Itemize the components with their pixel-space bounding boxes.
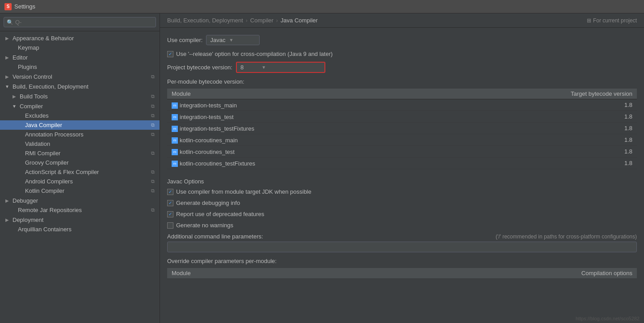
override-module-col: Module xyxy=(172,270,191,276)
sidebar-label-actionscript-compiler: ActionScript & Flex Compiler xyxy=(25,169,150,175)
javac-options-header: Javac Options xyxy=(167,178,637,185)
module-icon-box: m xyxy=(172,137,178,144)
additional-cmd-hint: ('/' recommended in paths for cross-plat… xyxy=(496,234,637,240)
breadcrumb-bar: Build, Execution, Deployment › Compiler … xyxy=(160,13,644,28)
copy-icon-actionscript-compiler[interactable]: ⧉ xyxy=(150,169,156,175)
module-icon-box: m xyxy=(172,126,178,132)
version-col-header: Target bytecode version xyxy=(434,89,637,99)
sidebar-item-compiler[interactable]: ▼Compiler⧉ xyxy=(0,101,160,111)
table-row: mkotlin-coroutines_main1.8 xyxy=(167,134,637,146)
module-name-cell: mintegration-tests_test xyxy=(167,111,434,123)
breadcrumb-project: ⊞ For current project xyxy=(587,17,637,24)
cross-compile-label: Use '--release' option for cross-compila… xyxy=(176,51,333,57)
copy-icon-android-compilers[interactable]: ⧉ xyxy=(150,178,156,185)
module-version-cell: 1.8 xyxy=(434,157,637,169)
sidebar-label-java-compiler: Java Compiler xyxy=(25,122,150,128)
bytecode-version-row: Project bytecode version: 8 ▼ xyxy=(167,62,637,73)
breadcrumb-sep-1: › xyxy=(246,17,248,24)
tree-arrow-version-control: ▶ xyxy=(4,73,11,80)
sidebar-label-kotlin-compiler: Kotlin Compiler xyxy=(25,187,150,194)
sidebar-item-build-tools[interactable]: ▶Build Tools⧉ xyxy=(0,91,160,101)
copy-icon-annotation-processors[interactable]: ⧉ xyxy=(150,132,156,138)
sidebar-item-actionscript-compiler[interactable]: ActionScript & Flex Compiler⧉ xyxy=(0,167,160,177)
main-layout: 🔍 ▶Appearance & BehaviorKeymap▶EditorPlu… xyxy=(0,13,644,323)
sidebar-item-debugger[interactable]: ▶Debugger xyxy=(0,196,160,205)
copy-icon-java-compiler[interactable]: ⧉ xyxy=(150,122,156,128)
sidebar-label-deployment: Deployment xyxy=(13,217,156,223)
sidebar-tree: ▶Appearance & BehaviorKeymap▶EditorPlugi… xyxy=(0,31,160,323)
sidebar-item-annotation-processors[interactable]: Annotation Processors⧉ xyxy=(0,130,160,139)
sidebar-item-remote-jar[interactable]: Remote Jar Repositories⧉ xyxy=(0,205,160,215)
sidebar-item-excludes[interactable]: Excludes⧉ xyxy=(0,111,160,120)
sidebar-item-java-compiler[interactable]: Java Compiler⧉ xyxy=(0,120,160,130)
override-options-col: Compilation options xyxy=(581,270,632,276)
copy-icon-compiler[interactable]: ⧉ xyxy=(150,103,156,109)
module-icon: mkotlin-coroutines_testFixtures xyxy=(172,160,255,167)
module-version-cell: 1.8 xyxy=(434,134,637,146)
copy-icon-remote-jar[interactable]: ⧉ xyxy=(150,207,156,213)
copy-icon-kotlin-compiler[interactable]: ⧉ xyxy=(150,188,156,194)
module-icon: mintegration-tests_test xyxy=(172,114,234,120)
module-icon-box: m xyxy=(172,102,178,109)
javac-option-row-2: Report use of deprecated features xyxy=(167,211,637,217)
javac-option-checkbox-0[interactable] xyxy=(167,189,173,195)
sidebar-item-plugins[interactable]: Plugins xyxy=(0,62,160,72)
copy-icon-build-tools[interactable]: ⧉ xyxy=(150,93,156,99)
sidebar-item-version-control[interactable]: ▶Version Control⧉ xyxy=(0,72,160,81)
search-bar: 🔍 xyxy=(0,13,160,31)
bytecode-version-dropdown[interactable]: 8 ▼ xyxy=(236,62,325,73)
module-col-header: Module xyxy=(167,89,434,99)
tree-arrow-deployment: ▶ xyxy=(4,216,11,223)
module-name-cell: mkotlin-coroutines_test xyxy=(167,146,434,157)
sidebar-item-build-execution[interactable]: ▼Build, Execution, Deployment xyxy=(0,81,160,91)
sidebar-item-android-compilers[interactable]: Android Compilers⧉ xyxy=(0,177,160,186)
per-module-label: Per-module bytecode version: xyxy=(167,78,637,85)
watermark: https://blog.csdn.net/sco5282 xyxy=(576,316,640,321)
javac-option-label-1: Generate debugging info xyxy=(176,200,240,206)
sidebar-label-remote-jar: Remote Jar Repositories xyxy=(18,207,150,213)
javac-option-row-0: Use compiler from module target JDK when… xyxy=(167,188,637,195)
javac-option-label-0: Use compiler from module target JDK when… xyxy=(176,188,311,195)
sidebar-item-kotlin-compiler[interactable]: Kotlin Compiler⧉ xyxy=(0,186,160,196)
cmd-input[interactable] xyxy=(167,242,637,252)
copy-icon-rmi-compiler[interactable]: ⧉ xyxy=(150,150,156,157)
compiler-dropdown[interactable]: Javac ▼ xyxy=(206,35,260,45)
sidebar-item-groovy-compiler[interactable]: Groovy Compiler xyxy=(0,158,160,167)
javac-option-checkbox-3[interactable] xyxy=(167,222,173,229)
sidebar-item-deployment[interactable]: ▶Deployment xyxy=(0,215,160,225)
sidebar-item-appearance[interactable]: ▶Appearance & Behavior xyxy=(0,33,160,43)
sidebar-item-validation[interactable]: Validation xyxy=(0,139,160,149)
module-icon-box: m xyxy=(172,149,178,155)
copy-icon-excludes[interactable]: ⧉ xyxy=(150,113,156,119)
cross-compile-checkbox[interactable] xyxy=(167,51,173,57)
module-name-cell: mkotlin-coroutines_main xyxy=(167,134,434,146)
javac-option-label-2: Report use of deprecated features xyxy=(176,211,264,217)
tree-arrow-editor: ▶ xyxy=(4,54,11,61)
sidebar-label-groovy-compiler: Groovy Compiler xyxy=(25,159,156,166)
module-icon: mintegration-tests_main xyxy=(172,102,237,109)
search-wrapper[interactable]: 🔍 xyxy=(4,17,156,27)
sidebar-item-editor[interactable]: ▶Editor xyxy=(0,52,160,62)
sidebar-item-keymap[interactable]: Keymap xyxy=(0,43,160,52)
tree-arrow-appearance: ▶ xyxy=(4,34,11,42)
javac-option-label-3: Generate no warnings xyxy=(176,222,233,229)
sidebar-label-build-execution: Build, Execution, Deployment xyxy=(13,83,156,90)
window-title: Settings xyxy=(14,3,35,10)
use-compiler-row: Use compiler: Javac ▼ xyxy=(167,35,637,45)
module-name-cell: mintegration-tests_main xyxy=(167,99,434,111)
content-scroll[interactable]: Use compiler: Javac ▼ Use '--release' op… xyxy=(160,28,644,323)
javac-option-row-3: Generate no warnings xyxy=(167,222,637,229)
javac-option-checkbox-2[interactable] xyxy=(167,211,173,217)
copy-icon-version-control[interactable]: ⧉ xyxy=(150,73,156,80)
sidebar-item-rmi-compiler[interactable]: RMI Compiler⧉ xyxy=(0,149,160,158)
sidebar-label-annotation-processors: Annotation Processors xyxy=(25,131,150,138)
project-label: For current project xyxy=(593,17,637,24)
module-version-cell: 1.8 xyxy=(434,146,637,157)
module-version-cell: 1.8 xyxy=(434,99,637,111)
javac-option-checkbox-1[interactable] xyxy=(167,200,173,206)
module-table-wrapper: Module Target bytecode version mintegrat… xyxy=(167,89,637,176)
sidebar-label-editor: Editor xyxy=(13,54,156,61)
search-input[interactable] xyxy=(15,19,153,26)
sidebar-label-build-tools: Build Tools xyxy=(20,93,150,100)
sidebar-item-arquillian[interactable]: Arquillian Containers xyxy=(0,225,160,234)
